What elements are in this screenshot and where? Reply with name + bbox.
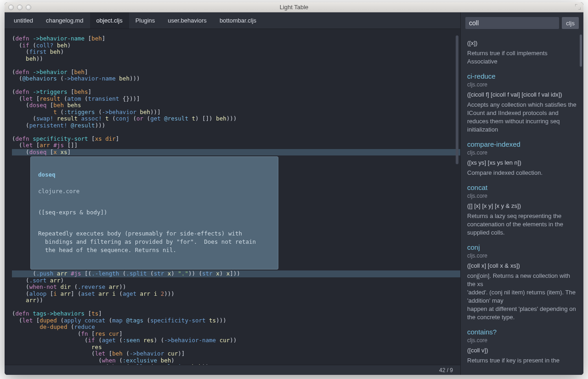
window: Light Table untitled changelog.md object…	[5, 2, 583, 375]
tab-object-cljs[interactable]: object.cljs	[90, 12, 129, 29]
doc-item[interactable]: concat cljs.core ([] [x] [x y] [x y & zs…	[467, 184, 577, 237]
main-pane: untitled changelog.md object.cljs Plugin…	[5, 12, 460, 375]
doc-item[interactable]: compare-indexed cljs.core ([xs ys] [xs y…	[467, 140, 577, 177]
doc-item[interactable]: ci-reduce cljs.core ([cicoll f] [cicoll …	[467, 72, 577, 134]
tab-changelog[interactable]: changelog.md	[40, 12, 90, 29]
status-bar: 42 / 9	[5, 365, 460, 375]
tooltip-name: doseq	[38, 171, 271, 179]
sidebar-scrollbar[interactable]	[580, 34, 582, 67]
doc-tooltip: doseq clojure.core ([seq-exprs & body]) …	[30, 156, 278, 270]
search-input[interactable]	[465, 17, 559, 29]
tab-untitled[interactable]: untitled	[7, 12, 40, 29]
minimize-button[interactable]	[17, 5, 23, 10]
body: untitled changelog.md object.cljs Plugin…	[5, 12, 583, 375]
cursor-position: 42 / 9	[439, 367, 453, 373]
titlebar: Light Table	[5, 2, 583, 12]
language-badge[interactable]: cljs	[562, 17, 579, 29]
close-button[interactable]	[8, 5, 14, 10]
window-title: Light Table	[5, 4, 583, 11]
expand-icon[interactable]	[575, 4, 581, 10]
tab-plugins[interactable]: Plugins	[129, 12, 162, 29]
tab-bottombar[interactable]: bottombar.cljs	[213, 12, 263, 29]
doc-item[interactable]: ([x]) Returns true if coll implements As…	[467, 39, 577, 66]
traffic-lights	[5, 5, 31, 10]
tooltip-namespace: clojure.core	[38, 187, 271, 195]
tooltip-doc: Repeatedly executes body (presumably for…	[38, 230, 271, 254]
doc-results[interactable]: ([x]) Returns true if coll implements As…	[461, 33, 583, 375]
editor-scrollbar[interactable]	[456, 35, 458, 164]
zoom-button[interactable]	[26, 5, 31, 10]
doc-item[interactable]: contains? cljs.core ([coll v]) Returns t…	[467, 328, 577, 365]
tooltip-arglist: ([seq-exprs & body])	[38, 208, 271, 217]
code-editor[interactable]: (defn ->behavior-name [beh] (if (coll? b…	[5, 29, 460, 365]
tab-bar: untitled changelog.md object.cljs Plugin…	[5, 12, 460, 29]
doc-item[interactable]: conj cljs.core ([coll x] [coll x & xs]) …	[467, 243, 577, 322]
doc-search-panel: cljs ([x]) Returns true if coll implemen…	[460, 12, 583, 375]
tab-user-behaviors[interactable]: user.behaviors	[161, 12, 213, 29]
